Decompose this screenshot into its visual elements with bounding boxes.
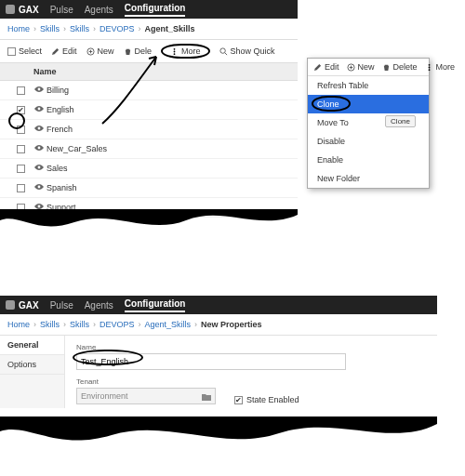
svg-point-8: [38, 147, 41, 150]
tenant-value: Environment: [81, 391, 128, 401]
edit-button[interactable]: Edit: [51, 46, 77, 56]
row-checkbox[interactable]: [17, 184, 25, 192]
checkbox-icon: [234, 396, 243, 404]
breadcrumb: Home› Skills› Skills› DEVOPS› Agent_Skil…: [0, 314, 437, 335]
list-toolbar: Select Edit New Dele More Show Quick: [0, 39, 298, 63]
menu-item-new-folder[interactable]: New Folder: [308, 169, 429, 188]
svg-point-9: [38, 166, 41, 169]
table-row[interactable]: English: [0, 100, 298, 120]
table-row[interactable]: Sales: [0, 159, 298, 178]
svg-point-5: [38, 88, 41, 91]
row-name: Sales: [33, 164, 68, 173]
properties-body: General Options Name Tenant Environment …: [0, 335, 437, 408]
table-row[interactable]: Support: [0, 198, 298, 218]
magnifier-icon: [219, 47, 228, 56]
skill-icon: [33, 86, 43, 93]
clone-mini-button[interactable]: Clone: [385, 115, 416, 127]
plus-circle-icon: [86, 47, 95, 56]
state-label: State Enabled: [246, 395, 299, 404]
popup-delete-button[interactable]: Delete: [382, 62, 418, 72]
nav-configuration[interactable]: Configuration: [125, 3, 186, 17]
col-name[interactable]: Name: [33, 67, 57, 76]
menu-item-disable[interactable]: Disable: [308, 132, 429, 151]
more-label: More: [181, 46, 201, 56]
bottom-navbar: GAX Pulse Agents Configuration: [0, 296, 437, 314]
pencil-icon: [51, 47, 60, 56]
row-checkbox[interactable]: [17, 86, 25, 95]
table-row[interactable]: New_Car_Sales: [0, 139, 298, 159]
more-dots-icon: [425, 63, 433, 72]
crumb-devops[interactable]: DEVOPS: [100, 320, 135, 329]
popup-new-label: New: [358, 62, 375, 72]
pencil-icon: [313, 63, 322, 72]
crumb-home[interactable]: Home: [7, 320, 30, 329]
new-label: New: [98, 46, 114, 56]
trash-icon: [124, 47, 132, 56]
trash-icon: [382, 63, 391, 72]
menu-item-move-to[interactable]: Move ToClone: [308, 113, 429, 132]
crumb-skills2[interactable]: Skills: [70, 24, 89, 33]
skill-icon: [33, 203, 43, 210]
row-name: Support: [33, 203, 76, 212]
popup-edit-button[interactable]: Edit: [313, 62, 339, 72]
popup-toolbar: Edit New Delete More: [308, 59, 429, 76]
crumb-current: New Properties: [201, 320, 262, 329]
table-row[interactable]: Billing: [0, 81, 298, 100]
more-button[interactable]: More: [161, 44, 210, 59]
svg-point-15: [428, 69, 430, 71]
new-button[interactable]: New: [86, 46, 114, 56]
row-checkbox[interactable]: [17, 126, 25, 134]
row-checkbox[interactable]: [17, 204, 25, 212]
row-checkbox[interactable]: [17, 165, 25, 173]
more-dots-icon: [170, 47, 179, 56]
crumb-current: Agent_Skills: [145, 24, 195, 33]
select-toggle[interactable]: Select: [7, 46, 42, 56]
svg-point-6: [38, 108, 41, 111]
state-enabled-checkbox[interactable]: State Enabled: [234, 395, 299, 404]
table-row[interactable]: French: [0, 120, 298, 139]
svg-point-13: [428, 63, 430, 65]
brand: GAX: [6, 300, 39, 311]
menu-item-clone[interactable]: Clone: [308, 95, 429, 113]
skill-icon: [33, 183, 43, 191]
crumb-agentskills[interactable]: Agent_Skills: [145, 320, 192, 329]
svg-point-1: [174, 47, 176, 49]
tenant-input[interactable]: Environment: [76, 388, 216, 404]
folder-icon: [202, 392, 211, 401]
popup-more-button[interactable]: More: [425, 62, 456, 72]
svg-point-10: [38, 186, 41, 189]
row-checkbox[interactable]: [17, 106, 25, 114]
delete-button[interactable]: Dele: [124, 46, 153, 56]
row-name: Spanish: [33, 183, 77, 192]
tab-general[interactable]: General: [0, 336, 64, 355]
menu-item-enable[interactable]: Enable: [308, 151, 429, 169]
svg-point-2: [174, 50, 176, 52]
nav-agents[interactable]: Agents: [85, 300, 113, 311]
crumb-home[interactable]: Home: [7, 24, 30, 33]
popup-new-button[interactable]: New: [347, 62, 375, 72]
select-checkbox-icon: [7, 47, 16, 56]
popup-edit-label: Edit: [325, 62, 339, 72]
skill-icon: [33, 144, 43, 152]
table-row[interactable]: Spanish: [0, 178, 298, 198]
tab-options[interactable]: Options: [0, 355, 64, 375]
plus-circle-icon: [347, 63, 355, 72]
crumb-skills2[interactable]: Skills: [70, 320, 89, 329]
show-quick-label: Show Quick: [231, 46, 275, 56]
nav-pulse[interactable]: Pulse: [50, 5, 73, 15]
nav-agents[interactable]: Agents: [85, 5, 113, 15]
brand: GAX: [6, 5, 39, 15]
crumb-skills1[interactable]: Skills: [40, 320, 60, 329]
svg-point-11: [38, 205, 41, 208]
row-checkbox[interactable]: [17, 145, 25, 153]
menu-item-refresh-table[interactable]: Refresh Table: [308, 76, 429, 95]
nav-pulse[interactable]: Pulse: [50, 300, 73, 311]
crumb-skills1[interactable]: Skills: [40, 24, 60, 33]
skills-list-panel: GAX Pulse Agents Configuration Home› Ski…: [0, 0, 298, 218]
name-input[interactable]: [76, 353, 346, 370]
popup-more-label: More: [436, 62, 456, 72]
show-quick-button[interactable]: Show Quick: [219, 46, 275, 56]
brand-icon: [6, 5, 15, 14]
nav-configuration[interactable]: Configuration: [125, 298, 186, 312]
crumb-devops[interactable]: DEVOPS: [100, 24, 135, 33]
